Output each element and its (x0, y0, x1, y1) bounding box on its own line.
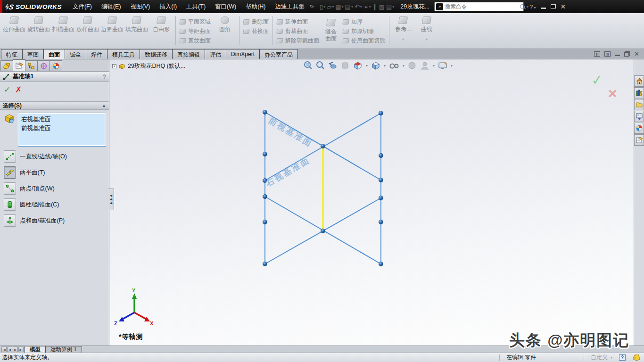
cancel-button[interactable]: ✗ (15, 85, 22, 95)
ribbon-button[interactable]: 扫描曲面 (51, 15, 75, 33)
menu-item[interactable]: 迈迪工具集 (271, 0, 309, 13)
view-palette-icon[interactable] (634, 111, 644, 122)
close-button[interactable]: ✕ (561, 3, 566, 10)
view-orientation-caret-icon[interactable]: ▾ (366, 64, 368, 68)
dropdown-caret-icon[interactable]: ▾ (323, 5, 325, 9)
handle-sphere[interactable] (263, 194, 267, 198)
handle-sphere[interactable] (263, 262, 267, 266)
ribbon-button[interactable]: 使用曲面切除 (341, 36, 387, 45)
open-icon[interactable]: ▱▾ (326, 2, 334, 11)
edit-appearance-icon[interactable] (407, 61, 417, 70)
dropdown-caret-icon[interactable]: ▾ (369, 5, 371, 9)
model-wireframe[interactable]: 前视基准面 右视基准面 Y X Z (109, 59, 634, 346)
selections-section-header[interactable]: 选择(S) ▲ (0, 101, 109, 110)
handle-sphere[interactable] (379, 153, 383, 157)
restore-button[interactable] (551, 4, 556, 9)
menu-item[interactable]: 窗口(W) (211, 0, 240, 13)
dropdown-caret-icon[interactable]: ▾ (426, 37, 428, 41)
home-icon[interactable] (634, 75, 644, 87)
ribbon-tab-评估[interactable]: 评估 (205, 49, 226, 59)
selection-list-item[interactable]: 前视基准面 (21, 124, 103, 133)
display-style-icon[interactable] (371, 61, 381, 70)
select-icon[interactable]: ➢▾ (363, 2, 372, 11)
tree-root-label[interactable]: 29玫瑰花DHQ (默认... (128, 62, 185, 70)
customize-caret-icon[interactable]: ▾ (611, 355, 612, 360)
ribbon-tab-钣金[interactable]: 钣金 (65, 49, 86, 59)
help-badge[interactable]: ? (103, 74, 106, 80)
doc-minimize-button[interactable] (615, 55, 620, 56)
ribbon-button[interactable]: 剪裁曲面 (275, 26, 321, 36)
collapse-left-pane-icon[interactable]: ◧ (594, 51, 600, 57)
handle-sphere[interactable] (379, 262, 383, 266)
ribbon-tab-办公室产品[interactable]: 办公室产品 (259, 49, 298, 59)
handle-sphere[interactable] (263, 152, 267, 156)
displaymanager-icon[interactable] (50, 60, 62, 71)
zoom-fit-icon[interactable] (304, 61, 313, 70)
command-search[interactable]: » ▾ (434, 2, 524, 11)
menu-item[interactable]: 插入(I) (155, 0, 181, 13)
design-library-icon[interactable] (634, 87, 644, 99)
menu-item[interactable]: 文件(F) (68, 0, 96, 13)
display-style-caret-icon[interactable]: ▾ (384, 64, 386, 68)
prev-tab-icon[interactable]: ◀ (7, 346, 12, 352)
ribbon-button[interactable]: 圆角 (213, 15, 237, 33)
ribbon-button[interactable]: 延伸曲面 (275, 17, 321, 26)
undo-icon[interactable]: ↶▾ (354, 2, 363, 11)
view-orientation-icon[interactable] (353, 61, 363, 70)
search-caret-icon[interactable]: ▾ (527, 5, 528, 9)
ribbon-tab-数据迁移[interactable]: 数据迁移 (140, 49, 173, 59)
ribbon-button[interactable]: 平面区域 (178, 17, 213, 26)
save-icon[interactable]: ▦▾ (335, 2, 344, 11)
feature-tree-overlay[interactable]: + 29玫瑰花DHQ (默认... (112, 62, 185, 70)
ribbon-tab-草图[interactable]: 草图 (22, 49, 44, 59)
handle-sphere[interactable] (263, 110, 267, 114)
menu-item[interactable]: 视图(V) (126, 0, 155, 13)
ribbon-button[interactable]: 加厚切除 (341, 26, 387, 36)
ribbon-dropdown-button[interactable]: 曲线▾ (415, 15, 438, 41)
search-icon[interactable] (520, 4, 526, 10)
confirm-ok-overlay[interactable]: ✓ (591, 71, 604, 89)
ribbon-tab-DimXpert[interactable]: DimXpert (226, 49, 260, 59)
doc-restore-button[interactable] (624, 51, 630, 57)
confirm-cancel-overlay[interactable]: × (608, 85, 617, 102)
cylinder-cone-icon[interactable] (4, 198, 16, 211)
handle-sphere[interactable] (379, 178, 383, 182)
ribbon-button[interactable]: 删除面 (241, 17, 271, 26)
dropdown-caret-icon[interactable]: ▾ (332, 5, 334, 9)
ok-button[interactable]: ✓ (4, 85, 10, 95)
appearances-icon[interactable] (634, 123, 644, 134)
graphics-viewport[interactable]: 前视基准面 右视基准面 Y X Z + 29玫瑰花DHQ (默认... (109, 59, 634, 346)
bottom-tab-运动算例 1[interactable]: 运动算例 1 (45, 346, 82, 353)
next-tab-icon[interactable]: ▶ (13, 346, 18, 352)
minimize-button[interactable] (541, 8, 546, 9)
ribbon-tab-曲面[interactable]: 曲面 (43, 49, 65, 59)
options-list-icon[interactable]: ▤▾ (386, 2, 395, 11)
tag-icon[interactable] (632, 354, 640, 361)
line-edge-axis-icon[interactable] (4, 150, 16, 163)
properties-icon[interactable]: ▧ (379, 2, 385, 11)
configurationmanager-icon[interactable] (25, 60, 38, 71)
ribbon-button[interactable]: 解除剪裁曲面 (275, 36, 321, 45)
last-tab-icon[interactable]: ▶| (18, 346, 24, 352)
ribbon-button[interactable]: 自由形 (149, 15, 173, 33)
point-face-plane-icon[interactable] (4, 214, 16, 227)
featuremanager-tree-icon[interactable] (0, 60, 13, 71)
ribbon-button[interactable]: 填充曲面 (124, 15, 149, 33)
ribbon-button[interactable]: 放样曲面 (75, 15, 100, 33)
selection-list-item[interactable]: 右视基准面 (21, 115, 103, 124)
ribbon-tab-模具工具[interactable]: 模具工具 (107, 49, 140, 59)
help-icon[interactable]: ? ▾ (529, 3, 536, 10)
section-view-icon[interactable] (340, 61, 350, 70)
propertymanager-icon[interactable] (13, 59, 25, 71)
collapse-right-pane-icon[interactable]: ◨ (604, 51, 611, 57)
selection-listbox[interactable]: 右视基准面前视基准面 (18, 113, 106, 147)
two-points-icon[interactable] (4, 182, 16, 195)
ribbon-button[interactable]: 边界曲面 (100, 15, 124, 33)
dropdown-caret-icon[interactable]: ▾ (342, 5, 344, 9)
ribbon-button[interactable]: 替换面 (241, 26, 271, 36)
hide-show-items-icon[interactable] (388, 61, 400, 70)
handle-sphere[interactable] (379, 196, 383, 200)
hide-show-caret-icon[interactable]: ▾ (403, 64, 405, 68)
two-planes-icon[interactable] (4, 166, 16, 179)
zoom-area-icon[interactable] (316, 61, 325, 70)
